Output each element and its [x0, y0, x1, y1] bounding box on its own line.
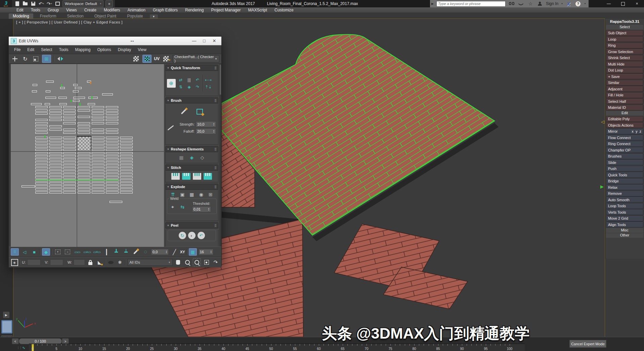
uv-plank[interactable] [63, 173, 76, 175]
rappa-button-verts-tools[interactable]: Verts Tools [606, 209, 643, 215]
uv-plank[interactable] [120, 158, 133, 160]
uv-plank[interactable] [49, 119, 62, 121]
rappa-button-flow-connect[interactable]: Flow Connect [606, 135, 643, 140]
uv-plank[interactable] [106, 188, 119, 190]
menu-project-manager[interactable]: Project Manager [207, 7, 244, 13]
uv-plank[interactable] [78, 152, 90, 154]
uv-plank[interactable] [106, 122, 118, 124]
uv-plank[interactable] [63, 129, 76, 131]
uv-plank[interactable] [63, 161, 76, 163]
rappa-button-objects-actions[interactable]: Objects Actions [606, 122, 643, 128]
lock-selection-button[interactable] [87, 259, 94, 266]
flatten-square-button[interactable]: ⊞ [206, 191, 215, 198]
uv-plank[interactable] [92, 106, 104, 108]
help-button[interactable]: ? [575, 1, 582, 7]
stitch-source-button[interactable] [204, 173, 212, 180]
uv-plank[interactable] [92, 188, 104, 190]
uv-plank[interactable] [106, 132, 118, 134]
zoom-extents-button[interactable] [203, 259, 210, 266]
sign-in-dropdown-icon[interactable]: ▾ [561, 2, 563, 5]
uv-plank[interactable] [92, 143, 104, 145]
uv-plank[interactable] [73, 84, 78, 86]
uv-plank[interactable] [63, 164, 76, 166]
uv-plank[interactable] [35, 146, 48, 148]
uv-plank[interactable] [106, 140, 119, 142]
menu-edit[interactable]: Edit [13, 7, 27, 13]
uv-plank[interactable] [35, 140, 48, 142]
freeform-tool-button[interactable]: ⊞ [42, 55, 51, 63]
uv-plank[interactable] [110, 201, 122, 203]
rappa-button-ring-connect[interactable]: Ring Connect [606, 141, 643, 147]
uv-plank[interactable] [106, 155, 119, 157]
workspace-dropdown[interactable]: Workspace: Default ▾ [62, 0, 103, 7]
uv-plank[interactable] [106, 146, 119, 148]
uv-plank[interactable] [35, 129, 48, 131]
rappa-button-shrink-select[interactable]: Shrink Select [606, 55, 643, 61]
uv-plank[interactable] [106, 161, 119, 163]
uv-plank[interactable] [120, 164, 133, 166]
communication-center-button[interactable] [518, 1, 524, 7]
w-input[interactable] [74, 259, 85, 265]
uv-plank[interactable] [88, 103, 95, 105]
uv-plank[interactable] [49, 188, 62, 190]
uv-plank[interactable] [92, 140, 104, 142]
zoom-button[interactable] [184, 259, 191, 266]
uv-plank[interactable] [63, 188, 76, 190]
falloff-curve-button[interactable] [166, 123, 176, 133]
uv-plank[interactable] [106, 170, 119, 172]
track-bar-ruler[interactable]: 0510152025303540455055606570758085909510… [29, 344, 525, 351]
uv-plank[interactable] [106, 119, 118, 121]
uv-plank[interactable] [92, 158, 104, 160]
space-h-planks-button[interactable]: ▭+▭ [83, 248, 91, 256]
pack-planks-button[interactable]: ▭=▭ [93, 248, 101, 256]
uv-plank[interactable] [35, 191, 48, 193]
uv-plank[interactable] [49, 137, 62, 139]
uv-plank[interactable] [78, 158, 90, 160]
uv-plank[interactable] [92, 185, 104, 187]
restore-button[interactable] [616, 0, 630, 7]
uv-plank[interactable] [92, 119, 104, 121]
uv-plank[interactable] [78, 155, 90, 157]
uv-plank[interactable] [92, 191, 104, 193]
uv-plank[interactable] [63, 143, 76, 145]
strength-spinner[interactable]: 10,0▲▼ [196, 121, 216, 127]
expand-layout-button[interactable]: ▶ [3, 312, 9, 318]
ribbon-tab-object-paint[interactable]: Object Paint [90, 13, 120, 19]
uv-plank[interactable] [49, 140, 62, 142]
uv-plank[interactable] [35, 173, 48, 175]
uv-plank[interactable] [92, 176, 104, 178]
workspace-menu-button[interactable]: ≡ [105, 0, 113, 7]
uv-plank[interactable] [46, 90, 50, 92]
uv-plank[interactable] [35, 132, 48, 134]
ribbon-tab-populate[interactable]: Populate [123, 13, 147, 19]
rotate-ccw-button[interactable]: ↶ [194, 77, 202, 83]
uv-plank[interactable] [35, 164, 48, 166]
grid-snap-button[interactable]: ▦ [189, 248, 197, 256]
uv-plank[interactable] [35, 125, 48, 127]
rappa-button-champfer-op[interactable]: Champfer OP [606, 147, 643, 153]
uv-plank[interactable] [49, 106, 62, 108]
rappa-button-similar[interactable]: Similar [606, 80, 643, 86]
uv-plank[interactable] [120, 161, 133, 163]
save-file-button[interactable] [30, 1, 36, 7]
uv-plank[interactable] [92, 129, 104, 131]
uv-plank[interactable] [73, 90, 79, 92]
uv-plank[interactable] [120, 155, 133, 157]
u-input[interactable] [27, 259, 40, 265]
uv-plank[interactable] [106, 167, 119, 169]
uv-plank[interactable] [49, 173, 62, 175]
uv-plank[interactable] [78, 122, 90, 124]
undo-button[interactable]: ↶▾ [38, 1, 44, 7]
uv-plank[interactable] [120, 176, 133, 178]
uv-plank[interactable] [92, 132, 104, 134]
uv-plank[interactable] [35, 155, 48, 157]
uv-plank[interactable] [49, 158, 62, 160]
uv-plank[interactable] [78, 167, 90, 169]
uv-plank[interactable] [49, 161, 62, 163]
menu-create[interactable]: Create [81, 7, 100, 13]
rappa-button-material-id[interactable]: Material ID [606, 105, 643, 111]
uv-plank[interactable] [35, 113, 48, 115]
rappa-button-align-tools[interactable]: Align Tools [606, 222, 643, 227]
rollout-explode-header[interactable]: ▼ Explode ⣿ [165, 184, 218, 190]
peel-mode-button[interactable]: ◐ [188, 232, 196, 239]
